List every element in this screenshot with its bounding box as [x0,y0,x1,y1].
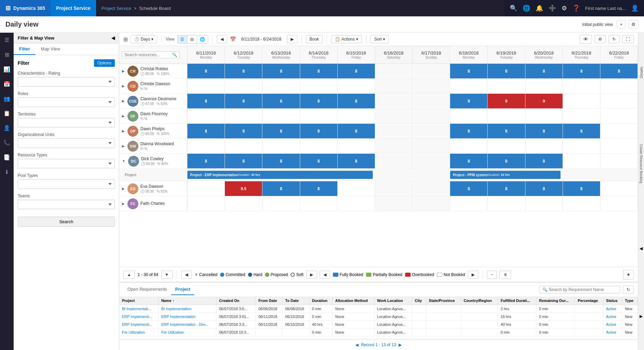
day-cell[interactable] [600,181,638,196]
table-cell[interactable]: ERP Implementation - Dev... [158,321,216,329]
search-icon[interactable]: 🔍 [510,4,517,12]
table-cell[interactable]: Active [603,305,622,313]
day-cell[interactable] [187,181,225,196]
day-cell[interactable]: 8 [450,64,488,78]
collapse-filter-icon[interactable]: ◀ [111,35,115,41]
day-cell[interactable] [225,196,262,211]
table-cell[interactable]: BI Implementation [158,305,216,313]
day-cell[interactable] [262,196,300,211]
day-cell[interactable] [488,79,525,93]
expand-resource-icon[interactable]: ▶ [122,129,125,133]
day-cell[interactable] [413,79,450,93]
day-cell[interactable]: 8 [225,94,262,108]
hamburger-icon[interactable]: ☰ [3,35,11,45]
day-cell[interactable]: 8 [563,124,600,138]
day-cell[interactable]: 8 [187,94,225,108]
search-resources-input[interactable] [124,52,172,57]
days-button[interactable]: 🕐 Days ▾ [131,35,157,43]
day-cell[interactable] [187,79,225,93]
day-cell[interactable]: 8 [225,154,262,168]
list-icon[interactable]: 📑 [2,153,12,162]
prev-record-icon[interactable]: ◀ [355,343,358,347]
day-cell[interactable] [225,79,262,93]
day-cell[interactable] [600,124,638,138]
day-cell[interactable]: 8 [225,124,262,138]
day-cell[interactable] [300,196,338,211]
day-cell[interactable] [450,139,488,153]
day-cell[interactable]: 8 [488,154,525,168]
day-cell[interactable]: 8 [600,64,638,78]
expand-resource-icon[interactable]: ▼ [122,159,125,163]
day-cell[interactable]: 8 [300,124,338,138]
day-cell[interactable] [600,94,638,108]
day-cell[interactable] [187,139,225,153]
day-cell[interactable] [413,154,450,168]
req-refresh-button[interactable]: ↻ [623,286,634,294]
day-cell[interactable] [338,181,375,196]
day-cell[interactable]: 8 [187,154,225,168]
next-legend-page-button[interactable]: ▶ [306,271,317,279]
search-button[interactable]: Search [18,217,115,227]
day-cell[interactable] [375,181,413,196]
day-cell[interactable]: 8 [300,154,338,168]
day-cell[interactable] [375,124,413,138]
settings-grid-button[interactable]: ⚙ [595,35,606,43]
day-cell[interactable]: 8 [300,94,338,108]
day-cell[interactable] [338,79,375,93]
roles-select[interactable] [18,97,115,107]
waffle-icon[interactable]: ⊞ [5,4,11,12]
day-cell[interactable]: 8 [488,124,525,138]
table-cell[interactable]: ERP Implementi... [119,313,158,321]
day-cell[interactable] [488,196,525,211]
prev-date-button[interactable]: ◀ [217,35,227,43]
collapse-rows-up[interactable]: ▲ [123,271,135,279]
expand-resource-icon[interactable]: ▶ [122,202,125,206]
tab-open-requirements[interactable]: Open Requirements [123,284,171,295]
day-cell[interactable] [563,79,600,93]
user-name[interactable]: First name Last na... [585,6,626,11]
prev-page-button[interactable]: ◀ [181,271,192,279]
day-cell[interactable]: 8 [187,64,225,78]
day-cell[interactable] [563,196,600,211]
teams-select[interactable] [18,200,115,209]
eye-button[interactable]: 👁 [580,35,592,44]
table-cell[interactable]: Active [603,321,622,329]
grid-view-button[interactable]: ⊞ [187,35,197,43]
day-cell[interactable] [413,196,450,211]
options-button[interactable]: Options [94,59,115,67]
expand-rows-down[interactable]: ▼ [161,271,173,279]
day-cell[interactable]: 8 [450,154,488,168]
day-cell[interactable]: 8 [450,181,488,196]
day-cell[interactable] [338,196,375,211]
day-cell[interactable]: 8 [225,64,262,78]
day-cell[interactable]: 9 [450,94,488,108]
day-cell[interactable] [413,124,450,138]
day-cell[interactable]: 8 [488,181,525,196]
project-service-nav[interactable]: Project Service [50,0,96,16]
org-units-select[interactable] [18,138,115,148]
day-cell[interactable]: 8 [262,154,300,168]
user-avatar-icon[interactable]: 👤 [631,4,639,12]
day-cell[interactable] [262,139,300,153]
day-cell[interactable] [225,109,262,123]
day-cell[interactable] [450,109,488,123]
pause-button[interactable]: ⏸ [500,271,511,279]
project-booking-bar-2[interactable]: Project - PPM systemDuration: 24 hrs [450,171,561,179]
day-cell[interactable] [375,154,413,168]
day-cell[interactable] [600,109,638,123]
info-icon[interactable]: ℹ [4,167,9,177]
day-cell[interactable] [600,154,638,168]
add-resource-button[interactable]: + [623,270,634,279]
day-cell[interactable] [413,139,450,153]
day-cell[interactable] [525,196,563,211]
day-cell[interactable]: 9 [525,94,563,108]
actions-button[interactable]: 📋 Actions ▾ [331,35,362,43]
contacts-icon[interactable]: 👥 [2,94,12,103]
day-cell[interactable] [300,109,338,123]
next-record-icon[interactable]: ▶ [399,343,402,347]
expand-resource-icon[interactable]: ▶ [122,99,125,103]
day-cell[interactable] [375,94,413,108]
table-cell[interactable]: ERP Implementi... [119,321,158,329]
view-settings-button[interactable]: ⚙ [628,20,639,29]
day-cell[interactable]: 8 [488,64,525,78]
